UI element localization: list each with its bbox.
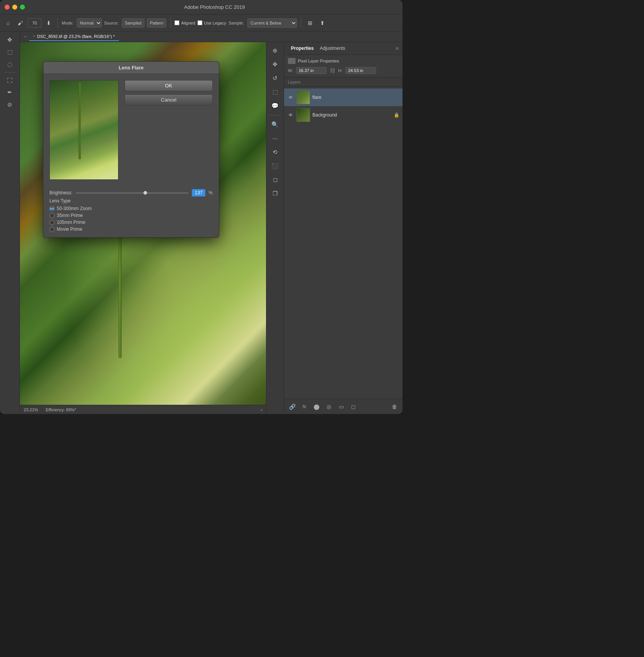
marquee-tool[interactable]: ⬚: [4, 46, 16, 58]
grid-icon[interactable]: ⊞: [305, 18, 315, 28]
layer-name-flare: flare: [312, 95, 399, 100]
move-tool[interactable]: ✥: [4, 34, 16, 46]
radio-option-2[interactable]: 105mm Prime: [49, 220, 213, 225]
dialog-buttons: OK Cancel: [125, 80, 213, 105]
hand-tool[interactable]: ✥: [269, 58, 281, 71]
new-layer-icon[interactable]: ◻: [348, 402, 358, 412]
lasso-tool[interactable]: ◌: [4, 58, 16, 71]
layers-panel-header: Layers: [284, 77, 402, 87]
brush-size-input[interactable]: 70: [28, 18, 41, 28]
maximize-button[interactable]: [20, 5, 25, 10]
divider-3: [301, 18, 301, 28]
mode-label: Mode:: [62, 21, 74, 25]
panel-menu-icon[interactable]: ≡: [396, 45, 399, 51]
radio-3[interactable]: [49, 227, 54, 232]
eyedropper-tool[interactable]: ✒: [4, 86, 16, 99]
toolbar: ⌂ 🖌 70 ⬇ Mode: Normal Source: Sampled Pa…: [0, 15, 402, 31]
tab-bar: ‹‹ × DSC_8592.tif @ 23.2% (flare, RGB/16…: [20, 31, 402, 42]
brightness-slider-container[interactable]: [76, 190, 189, 196]
layer-item-background[interactable]: 👁 Background 🔒: [284, 106, 402, 124]
zoom-tool[interactable]: ⊕: [269, 44, 281, 57]
link-chain-tool[interactable]: ⟲: [269, 146, 281, 158]
options-tool[interactable]: ⋯: [269, 132, 281, 145]
tool-divider-1: [4, 72, 16, 72]
new-fill-icon[interactable]: ⬤: [312, 402, 322, 412]
scroll-arrow[interactable]: ›: [261, 407, 262, 412]
radio-label-0: 50-300mm Zoom: [57, 206, 92, 211]
brightness-label: Brightness:: [49, 190, 72, 195]
close-button[interactable]: [5, 5, 10, 10]
properties-panel-content: Pixel Layer Properties W: 16.37 in ⛓ H: …: [284, 55, 402, 77]
use-legacy-checkbox[interactable]: [197, 20, 202, 25]
home-icon[interactable]: ⌂: [3, 18, 13, 28]
search-tool[interactable]: 🔍: [269, 118, 281, 131]
patch-tool[interactable]: ⊘: [4, 99, 16, 111]
radio-1[interactable]: [49, 213, 54, 218]
radio-option-1[interactable]: 35mm Prime: [49, 213, 213, 218]
brush-icon[interactable]: 🖌: [15, 18, 25, 28]
pixel-layer-row: Pixel Layer Properties: [288, 58, 399, 64]
aligned-checkbox-group: Aligned: [174, 20, 195, 25]
export-icon[interactable]: ⬆: [317, 18, 327, 28]
pixel-layer-icon: [288, 58, 296, 64]
brightness-slider-track: [76, 192, 189, 194]
pixel-layer-label: Pixel Layer Properties: [298, 59, 339, 63]
colors-tool[interactable]: ⬛: [269, 160, 281, 172]
height-label: H:: [338, 68, 342, 73]
radio-option-0[interactable]: 50-300mm Zoom: [49, 206, 213, 211]
layer-visibility-flare[interactable]: 👁: [287, 94, 294, 101]
rotate-tool[interactable]: ↺: [269, 72, 281, 84]
cancel-button[interactable]: Cancel: [125, 94, 213, 105]
radio-option-3[interactable]: Movie Prime: [49, 227, 213, 232]
canvas-tab[interactable]: × DSC_8592.tif @ 23.2% (flare, RGB/16°) …: [29, 33, 119, 41]
ok-button[interactable]: OK: [125, 80, 213, 91]
tab-close-icon[interactable]: ×: [33, 34, 35, 38]
layer-thumb-flare: [296, 90, 310, 104]
app-title: Adobe Photoshop CC 2019: [31, 4, 398, 10]
title-bar: Adobe Photoshop CC 2019: [0, 0, 402, 15]
brightness-slider-thumb[interactable]: [143, 191, 147, 195]
layer-icon-tool[interactable]: ◻: [269, 174, 281, 186]
layer-item-flare[interactable]: 👁 flare: [284, 89, 402, 106]
right-panel: Properties Adjustments ≡ Pixel Layer Pro…: [284, 42, 402, 414]
right-tools-panel: ⊕ ✥ ↺ ⬚ 💬 🔍 ⋯ ⟲ ⬛ ◻ ❐: [266, 42, 284, 414]
canvas-area[interactable]: Lens Flare OK Cancel: [20, 42, 266, 414]
fx-icon[interactable]: fx: [299, 402, 309, 412]
content-area: ✥ ⬚ ◌ ⛶ ✒ ⊘ ‹‹ × DSC_8592.tif @ 23.2% (f…: [0, 31, 402, 414]
layers-title: Layers: [288, 80, 301, 84]
select-tool[interactable]: ⬚: [269, 86, 281, 98]
delete-layer-icon[interactable]: 🗑: [389, 402, 399, 412]
panel-collapse-arrow[interactable]: ‹‹: [23, 34, 28, 39]
brightness-value-input[interactable]: 137: [192, 189, 205, 197]
preview-image: [50, 80, 118, 179]
width-value[interactable]: 16.37 in: [296, 67, 327, 74]
link-icon[interactable]: ⛓: [330, 67, 335, 74]
dialog-title: Lens Flare: [43, 62, 219, 74]
radio-label-1: 35mm Prime: [57, 213, 83, 218]
height-value[interactable]: 24.53 in: [345, 67, 376, 74]
brightness-row: Brightness: 137 %: [49, 189, 213, 197]
radio-label-3: Movie Prime: [57, 227, 82, 232]
adjustment-icon[interactable]: ◎: [324, 402, 334, 412]
lens-type-section: Lens Type 50-300mm Zoom: [49, 198, 213, 232]
link-layers-icon[interactable]: 🔗: [287, 402, 297, 412]
layer-lock-icon: 🔒: [394, 112, 399, 118]
dialog-controls: OK Cancel: [125, 80, 213, 180]
source-pattern-btn[interactable]: Pattern: [147, 18, 166, 28]
tab-adjustments[interactable]: Adjustments: [317, 44, 348, 52]
aligned-checkbox[interactable]: [174, 20, 179, 25]
comment-tool[interactable]: 💬: [269, 100, 281, 112]
minimize-button[interactable]: [12, 5, 17, 10]
mode-select[interactable]: Normal: [77, 18, 102, 28]
tab-properties[interactable]: Properties: [288, 44, 317, 52]
crop-tool[interactable]: ⛶: [4, 74, 16, 86]
radio-2[interactable]: [49, 220, 54, 225]
copy-tool[interactable]: ❐: [269, 187, 281, 200]
divider-2: [170, 18, 171, 28]
sample-select[interactable]: Current & Below: [247, 18, 297, 28]
layer-visibility-background[interactable]: 👁: [287, 112, 294, 118]
new-group-icon[interactable]: ▭: [336, 402, 346, 412]
source-sampled-btn[interactable]: Sampled: [122, 18, 145, 28]
download-icon[interactable]: ⬇: [44, 18, 54, 28]
radio-0[interactable]: [49, 206, 54, 211]
